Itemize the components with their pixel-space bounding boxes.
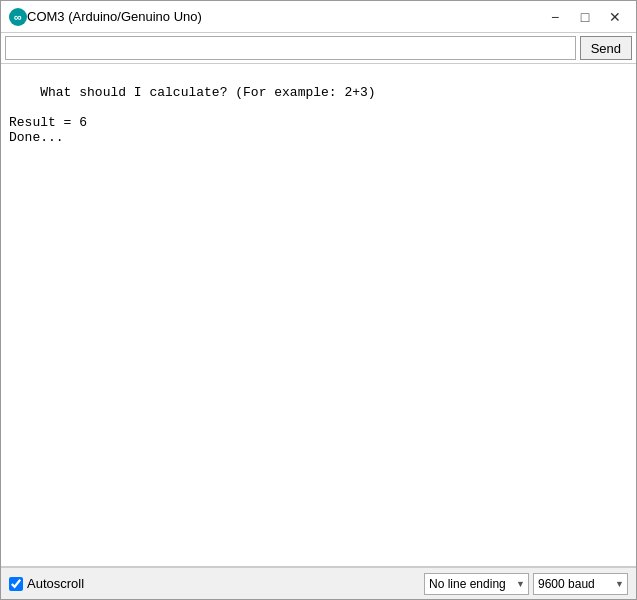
serial-output-text: What should I calculate? (For example: 2… [9, 85, 376, 145]
toolbar: Send [1, 33, 636, 64]
arduino-logo-icon: ∞ [9, 8, 27, 26]
status-bar: Autoscroll No line ending Newline Carria… [1, 567, 636, 599]
close-button[interactable]: ✕ [602, 7, 628, 27]
title-bar: ∞ COM3 (Arduino/Genuino Uno) − □ ✕ [1, 1, 636, 33]
baud-rate-select[interactable]: 300 baud 1200 baud 2400 baud 4800 baud 9… [533, 573, 628, 595]
line-ending-select[interactable]: No line ending Newline Carriage return B… [424, 573, 529, 595]
svg-text:∞: ∞ [14, 11, 22, 23]
status-right: No line ending Newline Carriage return B… [424, 573, 628, 595]
minimize-button[interactable]: − [542, 7, 568, 27]
autoscroll-label: Autoscroll [27, 576, 84, 591]
baud-rate-wrapper: 300 baud 1200 baud 2400 baud 4800 baud 9… [533, 573, 628, 595]
send-button[interactable]: Send [580, 36, 632, 60]
autoscroll-checkbox[interactable] [9, 577, 23, 591]
window-title: COM3 (Arduino/Genuino Uno) [27, 9, 542, 24]
serial-input[interactable] [5, 36, 576, 60]
maximize-button[interactable]: □ [572, 7, 598, 27]
autoscroll-area: Autoscroll [9, 576, 424, 591]
line-ending-wrapper: No line ending Newline Carriage return B… [424, 573, 529, 595]
serial-output-area: What should I calculate? (For example: 2… [1, 64, 636, 567]
serial-monitor-window: ∞ COM3 (Arduino/Genuino Uno) − □ ✕ Send … [0, 0, 637, 600]
window-controls: − □ ✕ [542, 7, 628, 27]
